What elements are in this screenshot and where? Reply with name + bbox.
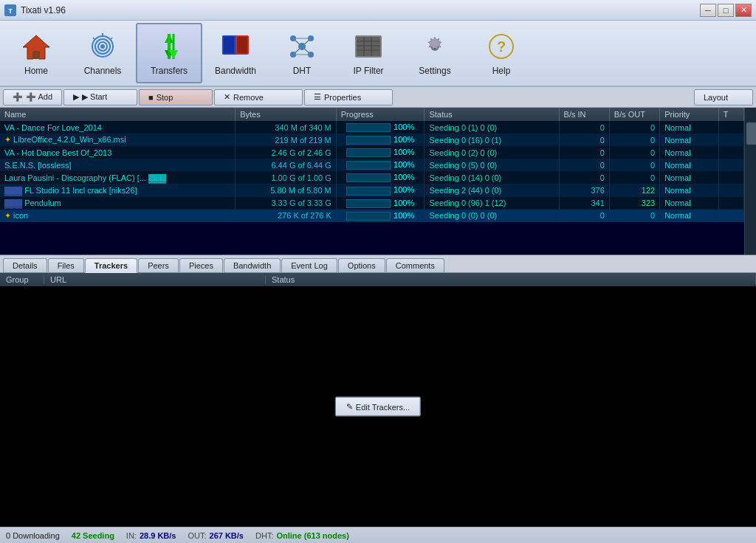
edit-trackers-button[interactable]: ✎ Edit Trackers... [335, 397, 421, 417]
dht-label: DHT: [255, 531, 273, 540]
properties-button[interactable]: ☰ Properties [304, 89, 393, 106]
tab-bandwidth[interactable]: Bandwidth [224, 258, 281, 272]
row-progress: 100% [336, 134, 425, 146]
row-bsin: 0 [559, 121, 609, 134]
row-bytes: 2.46 G of 2.46 G [236, 146, 337, 159]
col-bsout: B/s OUT [609, 108, 659, 121]
row-bsout: 0 [609, 146, 659, 159]
row-bytes: 5.80 M of 5.80 M [236, 184, 337, 196]
toolbar-home[interactable]: Home [3, 23, 69, 83]
table-row[interactable]: ▓▓▓ Pendulum3.33 G of 3.33 G100%Seeding … [0, 197, 744, 210]
horizontal-scrollbar[interactable] [0, 255, 756, 255]
row-status: Seeding 2 (44) 0 (0) [425, 184, 559, 196]
table-row[interactable]: ▓▓▓ FL Studio 11 Incl crack [niks26]5.80… [0, 184, 744, 196]
row-bsout: 323 [609, 197, 659, 210]
out-bandwidth: OUT: 267 KB/s [188, 531, 244, 540]
tab-comments[interactable]: Comments [386, 258, 444, 272]
table-row[interactable]: Laura Pausini - Discography (FLAC) [... … [0, 171, 744, 184]
star-icon: ✦ [4, 135, 13, 144]
row-bytes: 340 M of 340 M [236, 121, 337, 134]
row-name: ▓▓▓ FL Studio 11 Incl crack [niks26] [0, 184, 236, 196]
progress-bar [346, 173, 391, 182]
seeding-status: 42 Seeding [72, 531, 114, 540]
in-label: IN: [126, 531, 137, 540]
col-bsin: B/s IN [559, 108, 609, 121]
start-button[interactable]: ▶ ▶ Start [63, 89, 137, 106]
toolbar-settings[interactable]: Settings [402, 23, 468, 83]
table-row[interactable]: VA - Hot Dance Best Of_20132.46 G of 2.4… [0, 146, 744, 159]
progress-bar [346, 136, 391, 145]
layout-button[interactable]: Layout [694, 89, 753, 106]
row-bytes: 276 K of 276 K [236, 210, 337, 222]
table-row[interactable]: VA - Dance For Love_2014340 M of 340 M10… [0, 121, 744, 134]
tab-event-log[interactable]: Event Log [281, 258, 337, 272]
row-progress: 100% [336, 146, 425, 159]
remove-icon: ✕ [224, 92, 230, 102]
bars-icon: ▓▓▓ [4, 198, 24, 207]
row-bsout: 0 [609, 159, 659, 171]
tab-files[interactable]: Files [48, 258, 84, 272]
row-priority: Normal [660, 184, 719, 196]
row-status: Seeding 0 (96) 1 (12) [425, 197, 559, 210]
toolbar-help[interactable]: ? Help [468, 23, 535, 83]
toolbar-transfers[interactable]: Transfers [136, 23, 202, 83]
tab-pieces[interactable]: Pieces [179, 258, 223, 272]
minimize-button[interactable]: ─ [700, 4, 716, 17]
star-icon: ✦ [4, 211, 13, 220]
svg-line-28 [293, 46, 302, 55]
tab-peers[interactable]: Peers [138, 258, 179, 272]
in-value: 28.9 KB/s [140, 531, 176, 540]
table-row[interactable]: ✦ LibreOffice_4.2.0_Win_x86.msi219 M of … [0, 134, 744, 146]
svg-text:T: T [8, 7, 13, 15]
add-icon: ➕ [13, 92, 23, 102]
stop-button[interactable]: ■ Stop [139, 89, 213, 106]
transfers-table: Name Bytes Progress Status B/s IN B/s OU… [0, 108, 744, 222]
close-button[interactable]: ✕ [735, 4, 752, 17]
home-icon [20, 30, 52, 63]
row-priority: Normal [660, 146, 719, 159]
row-priority: Normal [660, 134, 719, 146]
toolbar-dht[interactable]: DHT [269, 23, 335, 83]
bars-icon: ▓▓▓ [4, 186, 24, 195]
vertical-scrollbar[interactable] [744, 108, 756, 255]
svg-line-26 [293, 38, 302, 46]
settings-label: Settings [419, 66, 450, 76]
tab-options[interactable]: Options [338, 258, 385, 272]
row-name: ✦ icon [0, 210, 236, 222]
row-priority: Normal [660, 121, 719, 134]
toolbar-channels[interactable]: Channels [69, 23, 136, 83]
svg-line-10 [93, 38, 95, 40]
out-label: OUT: [188, 531, 206, 540]
tab-bar: DetailsFilesTrackersPeersPiecesBandwidth… [0, 255, 756, 273]
row-progress: 100% [336, 159, 425, 171]
edit-icon: ✎ [346, 402, 353, 412]
row-t [718, 121, 743, 134]
row-bytes: 3.33 G of 3.33 G [236, 197, 337, 210]
restore-button[interactable]: □ [718, 4, 734, 17]
tab-details[interactable]: Details [3, 258, 47, 272]
svg-line-27 [302, 38, 311, 46]
col-priority: Priority [660, 108, 719, 121]
row-bsin: 0 [559, 210, 609, 222]
row-t [718, 171, 743, 184]
col-progress: Progress [336, 108, 425, 121]
remove-button[interactable]: ✕ Remove [214, 89, 303, 106]
toolbar-bandwidth[interactable]: Bandwidth [202, 23, 269, 83]
row-t [718, 184, 743, 196]
toolbar-ipfilter[interactable]: IP Filter [335, 23, 402, 83]
home-label: Home [24, 66, 48, 76]
row-bsin: 0 [559, 146, 609, 159]
table-row[interactable]: S.E.N.S. [lossless]6.44 G of 6.44 G100%S… [0, 159, 744, 171]
tab-trackers[interactable]: Trackers [85, 258, 137, 273]
row-t [718, 134, 743, 146]
add-button[interactable]: ➕ ➕ Add [3, 89, 62, 106]
table-row[interactable]: ✦ icon276 K of 276 K100%Seeding 0 (0) 0 … [0, 210, 744, 222]
app-title: Tixati v1.96 [21, 5, 66, 15]
progress-bar [346, 199, 391, 208]
transfers-table-container: Name Bytes Progress Status B/s IN B/s OU… [0, 108, 756, 255]
toolbar: Home Channels [0, 21, 756, 87]
row-status: Seeding 0 (2) 0 (0) [425, 146, 559, 159]
row-name: ▓▓▓ Pendulum [0, 197, 236, 210]
tracker-content: Group URL Status ✎ Edit Trackers... [0, 273, 756, 527]
row-status: Seeding 0 (0) 0 (0) [425, 210, 559, 222]
